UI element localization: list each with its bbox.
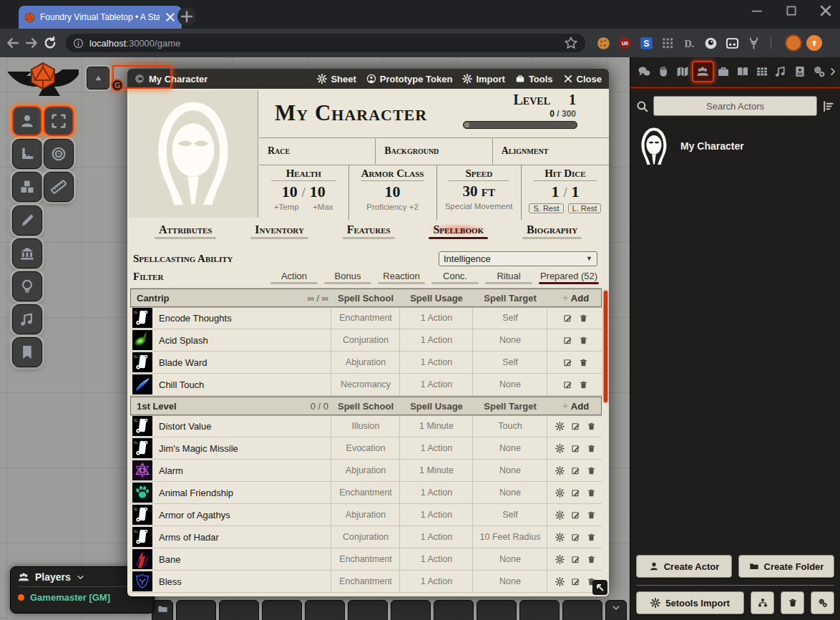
trash-icon[interactable] [587,533,596,542]
macro-slot[interactable] [219,600,259,620]
box-ext-icon[interactable] [726,37,739,50]
spell-row[interactable]: AlarmAbjuration1 MinuteNone [130,460,602,482]
hd-max[interactable]: 1 [571,183,579,200]
field-alignment[interactable]: Alignment [493,138,609,164]
filter-prepared-52-[interactable]: Prepared (52) [539,271,599,284]
grid-ext-icon[interactable] [661,37,675,50]
bless-art[interactable] [132,571,152,591]
tool-lightbulb-icon[interactable] [12,271,42,301]
edit-icon[interactable] [563,336,572,345]
collapse-folders-icon[interactable] [822,100,834,112]
spell-name[interactable]: Bane [159,554,180,565]
special-movement[interactable]: Special Movement [437,202,521,210]
scroll-art[interactable]: G [132,505,152,525]
tab-close-icon[interactable] [165,11,176,23]
s-ext-icon[interactable]: S [640,37,653,50]
scroll-art[interactable]: G [132,308,152,328]
add-spell-button[interactable]: Add [552,401,599,412]
scroll-art[interactable]: G [132,352,152,372]
edit-icon[interactable] [563,314,572,323]
short-rest-button[interactable]: S. Rest [529,203,563,213]
scroll-art[interactable]: G [132,416,152,436]
spell-name[interactable]: Acid Splash [159,335,208,346]
sidebar-tab-users-icon[interactable] [692,61,714,82]
gear-small-icon[interactable] [555,533,565,542]
spell-row[interactable]: GArms of HadarConjuration1 Action10 Feet… [130,526,602,548]
maximize-icon[interactable] [784,4,799,18]
trash-icon[interactable] [587,422,596,431]
scroll-art[interactable]: G [132,527,152,547]
trash-icon[interactable] [587,555,596,564]
speed-box[interactable]: Speed 30 ft Special Movement [437,165,522,220]
tools-button[interactable]: Tools [515,74,553,84]
hd-current[interactable]: 1 [551,183,559,200]
gear-small-icon[interactable] [555,444,565,453]
tab-features[interactable]: Features [343,223,395,239]
minimize-icon[interactable] [750,4,764,18]
forward-icon[interactable] [24,36,39,50]
spell-row[interactable]: Animal FriendshipEnchantment1 ActionNone [130,482,602,504]
fivetools-import-button[interactable]: 5etools Import [636,591,744,614]
field-background[interactable]: Background [376,138,492,164]
tool-bank-icon[interactable] [12,238,42,268]
field-race[interactable]: Race [259,138,376,164]
spell-name[interactable]: Distort Value [159,421,211,432]
spell-row[interactable]: Chill TouchNecromancy1 ActionNone [130,374,602,396]
create-folder-button[interactable]: Create Folder [738,555,834,578]
gear-small-icon[interactable] [555,577,565,586]
trash-icon[interactable] [587,444,596,453]
section-slots[interactable]: ∞ / ∞ [274,293,328,304]
long-rest-button[interactable]: L. Rest [568,203,602,213]
hit-dice-box[interactable]: Hit Dice 1/1 S. RestL. Rest [522,165,609,220]
prototype-token-button[interactable]: Prototype Token [366,74,453,84]
gears-button[interactable] [811,591,834,614]
spell-row[interactable]: Acid SplashConjuration1 ActionNone [130,329,602,352]
eye-ext-icon[interactable] [704,37,718,50]
hp-current[interactable]: 10 [282,183,298,200]
claw-ext-icon[interactable] [747,37,761,50]
trash-icon[interactable] [579,336,588,345]
import-button[interactable]: Import [462,74,504,84]
armor-class-box[interactable]: Armor Class 10 Proficiency +2 [349,165,437,220]
sidebar-tab-chat-icon[interactable] [635,61,654,82]
edit-icon[interactable] [571,444,580,453]
sheet-window-header[interactable]: My Character SheetPrototype TokenImportT… [127,69,609,89]
new-tab-button[interactable] [177,7,196,26]
sidebar-tab-music-note-icon[interactable] [771,61,791,82]
trash-button[interactable] [781,591,804,614]
edit-icon[interactable] [571,466,580,475]
sidebar-tab-briefcase-icon[interactable] [714,61,733,82]
character-name[interactable]: My Character [275,100,427,126]
profile-avatar[interactable] [785,34,802,52]
macro-slot[interactable] [477,600,517,620]
tool-music-note-icon[interactable] [12,304,42,334]
tool-bookmark-icon[interactable] [12,337,42,367]
edit-icon[interactable] [571,488,580,498]
hierarchy-button[interactable] [751,591,774,614]
edit-icon[interactable] [563,358,572,367]
macro-slot[interactable] [176,600,216,620]
sidebar-expand-icon[interactable] [829,67,837,76]
tool-target-icon[interactable] [44,139,74,169]
gear-small-icon[interactable] [555,510,565,520]
tab-biography[interactable]: Biography [522,223,582,239]
xp-value[interactable]: 0 [550,109,555,119]
trash-icon[interactable] [579,380,588,389]
hp-tempmax[interactable]: +Max [313,203,333,211]
trash-icon[interactable] [587,510,596,520]
info-icon[interactable] [73,38,84,49]
gear-small-icon[interactable] [555,555,565,564]
spellcasting-ability-select[interactable]: Intelligence ▼ [439,251,597,266]
speed-value[interactable]: 30 ft [437,183,521,200]
tab-inventory[interactable]: Inventory [250,223,308,239]
paw-art[interactable] [132,483,152,503]
gear-small-icon[interactable] [555,488,565,498]
browser-update-icon[interactable] [806,35,822,51]
bane-art[interactable] [132,549,152,569]
sidebar-tab-fist-icon[interactable] [654,61,673,82]
character-sheet-window[interactable]: My Character SheetPrototype TokenImportT… [127,69,609,596]
tool-select-icon[interactable] [44,106,74,136]
sidebar-tab-gears-icon[interactable] [809,61,829,82]
ac-value[interactable]: 10 [349,183,436,201]
spell-row[interactable]: GJim's Magic MissileEvocation1 ActionNon… [130,437,602,460]
